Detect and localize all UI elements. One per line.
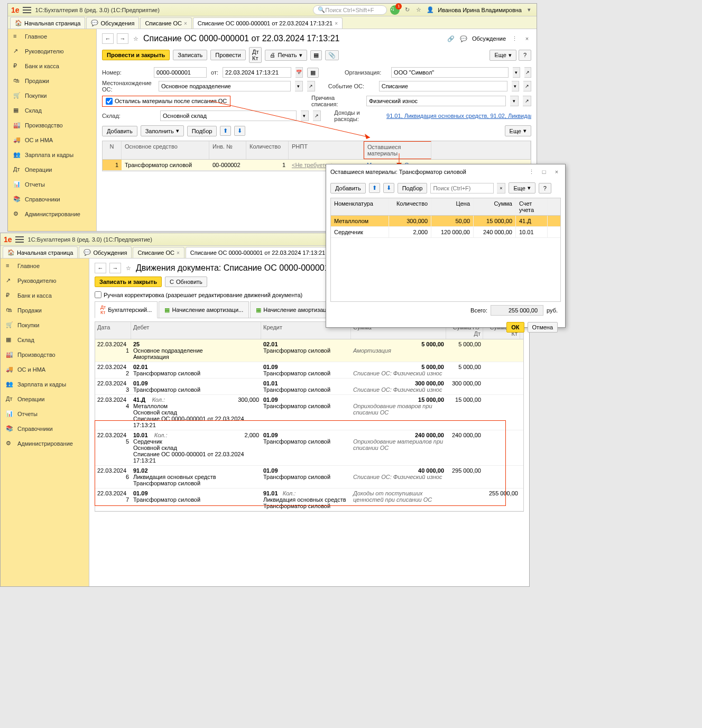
down-button[interactable]: ⬇ xyxy=(234,126,245,136)
help-button[interactable]: ? xyxy=(519,50,531,61)
mov-row[interactable]: 22.03.20243 01.09Трансформатор силовой 0… xyxy=(95,379,523,395)
sidebar-item[interactable]: 📚Справочники xyxy=(8,192,96,207)
store-input[interactable] xyxy=(160,110,297,121)
create-based-button[interactable]: ▦ xyxy=(310,50,322,60)
sidebar-item[interactable]: ⚙Администрирование xyxy=(1,436,89,451)
discuss-icon[interactable]: 💬 xyxy=(459,34,468,43)
save-button[interactable]: Записать xyxy=(173,50,207,60)
tab-list[interactable]: Списание ОС × xyxy=(133,247,184,258)
sidebar-item[interactable]: 📊Отчеты xyxy=(8,177,96,192)
sidebar-item[interactable]: 🛍Продажи xyxy=(1,303,89,318)
open-icon[interactable]: ↗ xyxy=(523,96,531,106)
dropdown-icon[interactable]: ▾ xyxy=(512,81,520,91)
hint-button[interactable]: ▦ xyxy=(307,68,319,78)
sidebar-item[interactable]: 🛒Покупки xyxy=(8,88,96,103)
sidebar-item[interactable]: ≡Главное xyxy=(8,29,96,44)
subtab[interactable]: ▦Начисление амортизац... xyxy=(250,301,337,318)
sidebar-item[interactable]: 🚚ОС и НМА xyxy=(1,362,89,377)
fill-button[interactable]: Заполнить ▾ xyxy=(141,125,184,136)
open-icon[interactable]: ↗ xyxy=(524,67,532,78)
loc-input[interactable] xyxy=(159,81,291,91)
more-icon[interactable]: ⋮ xyxy=(510,34,519,43)
tab-discuss[interactable]: 💬 Обсуждения xyxy=(86,17,139,29)
star-icon[interactable]: ☆ xyxy=(132,34,140,43)
mov-row[interactable]: 22.03.20244 41.Д Кол.: 300,000Металлолом… xyxy=(95,395,523,430)
forward-button[interactable]: → xyxy=(109,263,121,273)
tab-doc[interactable]: Списание ОС 0000-000001 от 22.03.2024 17… xyxy=(193,17,343,29)
sidebar-item[interactable]: 👥Зарплата и кадры xyxy=(8,148,96,162)
post-close-button[interactable]: Провести и закрыть xyxy=(102,50,170,60)
attach-button[interactable]: 📎 xyxy=(325,50,339,60)
post-button[interactable]: Провести xyxy=(210,50,246,60)
user-name[interactable]: Иванова Ирина Владимировна xyxy=(438,7,522,13)
open-icon[interactable]: ↗ xyxy=(313,110,321,121)
materials-checkbox[interactable]: Остались материалы после списания ОС xyxy=(102,96,230,107)
tab-home[interactable]: 🏠 Начальная страница xyxy=(10,17,85,29)
subtab[interactable]: ДтКтБухгалтерский... xyxy=(95,301,158,318)
mov-row[interactable]: 22.03.20246 91.02Ликвидация основных сре… xyxy=(95,466,523,489)
user-icon[interactable]: 👤 xyxy=(426,6,435,14)
up-button[interactable]: ⬆ xyxy=(369,183,380,193)
close-icon[interactable]: × xyxy=(523,34,531,43)
sidebar-item[interactable]: 🏭Производство xyxy=(1,347,89,362)
grid-row[interactable]: Металлолом 300,000 50,00 15 000,00 41.Д xyxy=(331,216,560,227)
sidebar-item[interactable]: 📚Справочники xyxy=(1,421,89,436)
tab-discuss[interactable]: 💬 Обсуждения xyxy=(79,246,132,258)
tab-home[interactable]: 🏠 Начальная страница xyxy=(3,246,78,258)
maximize-icon[interactable]: □ xyxy=(540,168,548,176)
sidebar-item[interactable]: 🛒Покупки xyxy=(1,318,89,333)
link-icon[interactable]: 🔗 xyxy=(447,34,455,43)
mov-row[interactable]: 22.03.20247 01.09Трансформатор силовой 9… xyxy=(95,489,523,511)
pick-button[interactable]: Подбор xyxy=(187,126,217,136)
add-button[interactable]: Добавить xyxy=(102,126,137,136)
tab-doc[interactable]: Списание ОС 0000-000001 от 22.03.2024 17… xyxy=(186,247,330,258)
org-input[interactable] xyxy=(391,67,509,78)
more-button[interactable]: Еще ▾ xyxy=(505,125,531,136)
grid-row[interactable]: Сердечник 2,000 120 000,00 240 000,00 10… xyxy=(331,227,560,238)
print-button[interactable]: 🖨 Печать ▾ xyxy=(265,50,307,61)
history-icon[interactable]: ↻ xyxy=(403,6,411,14)
checkbox-input[interactable] xyxy=(95,291,101,298)
close-icon[interactable]: × xyxy=(335,21,338,26)
cancel-button[interactable]: Отмена xyxy=(528,322,558,333)
back-button[interactable]: ← xyxy=(102,33,114,44)
calendar-icon[interactable]: 📅 xyxy=(295,67,303,78)
sidebar-item[interactable]: ₽Банк и касса xyxy=(1,288,89,303)
sidebar-item[interactable]: 🚚ОС и НМА xyxy=(8,133,96,148)
dropdown-icon[interactable]: ▾ xyxy=(295,81,303,91)
dropdown-icon[interactable]: ▾ xyxy=(301,110,309,121)
down-button[interactable]: ⬇ xyxy=(383,183,394,193)
forward-button[interactable]: → xyxy=(117,33,128,44)
sidebar-item[interactable]: 🛍Продажи xyxy=(8,73,96,88)
star-icon[interactable]: ☆ xyxy=(414,6,423,14)
pick-button[interactable]: Подбор xyxy=(398,183,428,193)
help-button[interactable]: ? xyxy=(539,183,551,193)
sidebar-item[interactable]: ↗Руководителю xyxy=(1,273,89,288)
more-button[interactable]: Еще ▾ xyxy=(489,50,516,61)
mov-row[interactable]: 22.03.20242 02.01Трансформатор силовой 0… xyxy=(95,362,523,379)
sidebar-item[interactable]: ≡Главное xyxy=(1,259,89,273)
tab-list[interactable]: Списание ОС × xyxy=(140,17,191,29)
search-input[interactable] xyxy=(430,183,494,193)
sidebar-item[interactable]: ДтОперации xyxy=(8,162,96,177)
date-input[interactable] xyxy=(223,67,291,78)
sidebar-item[interactable]: 🏭Производство xyxy=(8,118,96,133)
dropdown-icon[interactable]: ▾ xyxy=(525,6,533,14)
sidebar-item[interactable]: ⚙Администрирование xyxy=(8,207,96,222)
number-input[interactable] xyxy=(154,67,207,78)
back-button[interactable]: ← xyxy=(95,263,106,273)
dropdown-icon[interactable]: ▾ xyxy=(513,67,520,78)
close-icon[interactable]: × xyxy=(184,21,187,26)
sidebar-item[interactable]: 👥Зарплата и кадры xyxy=(1,377,89,392)
menu-icon[interactable] xyxy=(23,7,31,13)
event-input[interactable] xyxy=(379,81,507,91)
bell-icon[interactable]: ♫ xyxy=(390,5,400,15)
up-button[interactable]: ⬆ xyxy=(220,126,231,136)
ok-button[interactable]: ОК xyxy=(506,322,524,333)
mov-row[interactable]: 22.03.20241 25Основное подразделениеАмор… xyxy=(95,339,523,362)
close-icon[interactable]: × xyxy=(552,168,561,176)
open-icon[interactable]: ↗ xyxy=(523,81,531,91)
clear-icon[interactable]: × xyxy=(497,183,505,193)
dropdown-icon[interactable]: ▾ xyxy=(510,96,519,106)
more-button[interactable]: Еще ▾ xyxy=(509,182,535,193)
